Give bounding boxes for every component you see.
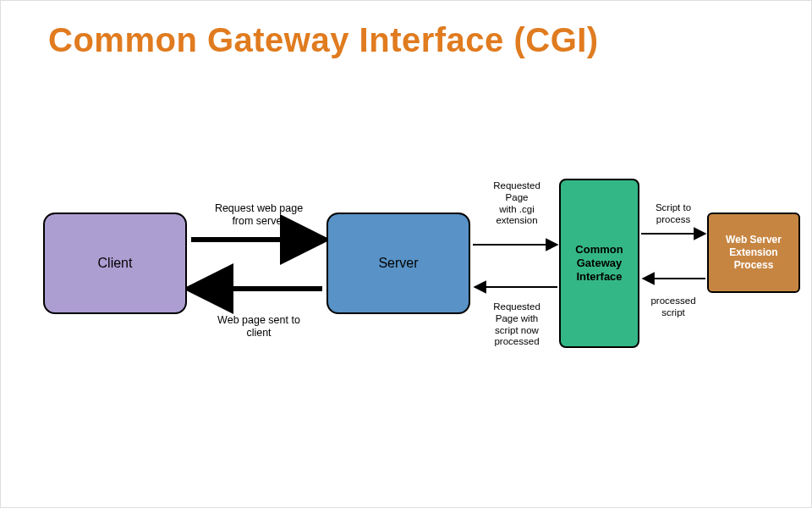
node-server-label: Server — [378, 255, 418, 272]
node-server: Server — [326, 213, 470, 314]
label-ext-to-cgi: processed script — [639, 295, 707, 319]
node-cgi-label: Common Gateway Interface — [575, 243, 623, 284]
label-client-to-server: Request web page from server — [200, 202, 318, 228]
label-server-to-cgi: Requested Page with .cgi extension — [475, 180, 559, 227]
node-ext: Web Server Extension Process — [707, 213, 800, 293]
node-ext-label: Web Server Extension Process — [726, 234, 782, 272]
diagram-stage: Client Server Common Gateway Interface W… — [35, 145, 779, 416]
label-cgi-to-server: Requested Page with script now processed — [475, 301, 559, 348]
slide-title: Common Gateway Interface (CGI) — [48, 21, 599, 59]
node-client: Client — [43, 213, 187, 314]
label-server-to-client: Web page sent to client — [200, 314, 318, 340]
label-cgi-to-ext: Script to process — [639, 202, 707, 226]
node-client-label: Client — [98, 255, 133, 272]
node-cgi: Common Gateway Interface — [559, 179, 639, 348]
